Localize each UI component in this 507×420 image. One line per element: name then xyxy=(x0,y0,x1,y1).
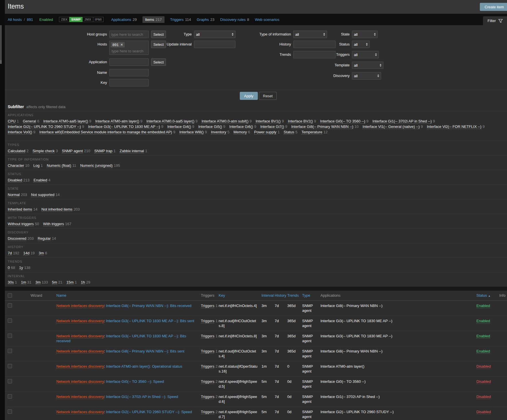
breadcrumb-all-hosts[interactable]: All hosts xyxy=(8,17,22,22)
subfilter-link[interactable]: Interface Gi7() xyxy=(260,124,284,129)
subfilter-link[interactable]: Without triggers xyxy=(8,222,34,226)
col-interval[interactable]: Interval xyxy=(262,291,275,300)
col-status[interactable]: Status▲ xyxy=(476,291,499,300)
item-status-link[interactable]: Enabled xyxy=(476,319,490,323)
subfilter-link[interactable]: Numeric (unsigned) xyxy=(80,163,112,168)
discovery-rule-link[interactable]: Network interfaces discovery xyxy=(56,395,104,399)
subfilter-link[interactable]: 15m xyxy=(66,280,74,285)
row-triggers-link[interactable]: Triggers xyxy=(201,410,214,414)
row-checkbox[interactable] xyxy=(8,303,12,308)
subfilter-link[interactable]: 14d xyxy=(23,251,29,255)
col-key[interactable]: Key xyxy=(219,291,262,300)
apply-button[interactable]: Apply xyxy=(240,92,258,100)
create-item-button[interactable]: Create item xyxy=(480,3,507,11)
tab-items[interactable]: Items 217 xyxy=(142,16,165,23)
subfilter-link[interactable]: Interface ATM0.0-aal5 layer() xyxy=(146,119,194,124)
row-checkbox[interactable] xyxy=(8,334,12,338)
subfilter-link[interactable]: SNMP agent xyxy=(62,149,83,153)
subfilter-link[interactable]: Character xyxy=(8,163,24,168)
subfilter-link[interactable]: Simple check xyxy=(33,149,55,153)
application-select-button[interactable]: Select xyxy=(151,58,166,66)
col-name[interactable]: Name xyxy=(56,291,201,300)
row-triggers-link[interactable]: Triggers xyxy=(201,349,214,354)
subfilter-link[interactable]: Interface Gi1(-- 3702i AP in Shed --) xyxy=(373,119,432,124)
item-status-link[interactable]: Disabled xyxy=(476,379,491,384)
subfilter-link[interactable]: Status xyxy=(284,130,294,134)
scrollbar-thumb-segment[interactable] xyxy=(0,60,2,64)
select-all-checkbox[interactable] xyxy=(8,293,12,298)
subfilter-link[interactable]: 1y xyxy=(19,266,23,270)
discovery-rule-link[interactable]: Network interfaces discovery xyxy=(56,319,104,323)
subfilter-link[interactable]: Zabbix internal xyxy=(120,149,144,153)
tab-graphs[interactable]: Graphs 23 xyxy=(197,17,214,22)
item-name-link[interactable]: Interface ATM0-atm layer(): Operational … xyxy=(106,364,182,369)
tab-discovery-rules[interactable]: Discovery rules 8 xyxy=(220,17,249,22)
subfilter-link[interactable]: Inventory xyxy=(211,130,226,134)
discovery-rule-link[interactable]: Network interfaces discovery xyxy=(56,364,104,369)
subfilter-link[interactable]: Power supply xyxy=(254,130,276,134)
item-status-link[interactable]: Disabled xyxy=(476,410,491,414)
triggers-select[interactable]: all xyxy=(352,51,379,58)
tab-web-scenarios[interactable]: Web scenarios xyxy=(255,17,280,22)
item-status-link[interactable]: Enabled xyxy=(476,349,490,354)
subfilter-link[interactable]: Interface Wl8() xyxy=(179,130,204,134)
subfilter-link[interactable]: 3m xyxy=(39,251,44,255)
row-checkbox[interactable] xyxy=(8,394,12,399)
subfilter-link[interactable]: 0 xyxy=(8,266,10,270)
subfilter-link[interactable]: Numeric (float) xyxy=(47,163,71,168)
discovery-rule-link[interactable]: Network interfaces discovery xyxy=(56,410,104,414)
item-status-link[interactable]: Enabled xyxy=(476,304,490,308)
subfilter-link[interactable]: Memory xyxy=(233,130,247,134)
subfilter-link[interactable]: Not inherited items xyxy=(41,207,72,212)
item-name-link[interactable]: Interface Gi1(-- 3702i AP in Shed --): S… xyxy=(106,395,178,399)
scrollbar-thumb[interactable] xyxy=(0,25,2,60)
row-checkbox[interactable] xyxy=(8,379,12,383)
row-triggers-link[interactable]: Triggers xyxy=(201,395,214,399)
item-name-link[interactable]: Interface Gi0(-- TO 3560 --): Speed xyxy=(106,379,164,384)
subfilter-link[interactable]: Log xyxy=(33,163,40,168)
tab-triggers[interactable]: Triggers 114 xyxy=(170,17,191,22)
col-trends[interactable]: Trends xyxy=(287,291,302,300)
discovery-rule-link[interactable]: Network interfaces discovery xyxy=(56,304,104,308)
status-select[interactable]: all xyxy=(352,41,370,48)
template-select[interactable]: all xyxy=(352,62,383,69)
subfilter-link[interactable]: Interface Vl2(-- FOR NETFLIX --) xyxy=(427,124,482,129)
item-name-link[interactable]: Interface Gi8(-- Primary WAN NBN --): Bi… xyxy=(106,304,191,308)
subfilter-link[interactable]: Interface Gi8(-- Primary WAN NBN --) xyxy=(291,124,353,129)
subfilter-link[interactable]: Interface Gi4() xyxy=(167,124,191,129)
subfilter-link[interactable]: Interface Gi3(-- UPLINK TO 1830 ME AP --… xyxy=(88,124,160,129)
filter-toggle-tab[interactable]: Filter xyxy=(483,16,507,25)
subfilter-link[interactable]: Inherited items xyxy=(8,207,32,212)
item-status-link[interactable]: Disabled xyxy=(476,395,491,399)
subfilter-link[interactable]: Discovered xyxy=(8,236,26,241)
name-input[interactable] xyxy=(109,69,149,76)
subfilter-link[interactable]: 5m xyxy=(52,280,57,285)
subfilter-link[interactable]: Interface Vl1(-- General (native) --) xyxy=(363,124,419,129)
subfilter-link[interactable]: Interface BV1() xyxy=(256,119,280,124)
subfilter-link[interactable]: Interface Gi6() xyxy=(229,124,253,129)
row-checkbox[interactable] xyxy=(8,318,12,323)
row-triggers-link[interactable]: Triggers xyxy=(201,364,214,369)
subfilter-link[interactable]: Temperature xyxy=(301,130,322,134)
row-checkbox[interactable] xyxy=(8,409,12,414)
row-triggers-link[interactable]: Triggers xyxy=(201,319,214,323)
row-triggers-link[interactable]: Triggers xyxy=(201,304,214,308)
update-interval-input[interactable] xyxy=(194,41,235,48)
subfilter-link[interactable]: 30s xyxy=(8,280,14,285)
subfilter-link[interactable]: CPU xyxy=(8,119,15,124)
breadcrumb-host[interactable]: 891 xyxy=(27,17,33,22)
subfilter-link[interactable]: 3m xyxy=(35,280,41,285)
discovery-select[interactable]: all xyxy=(352,72,381,80)
item-name-link[interactable]: Interface Gi2(-- UPLINK TO 2960 STUDY --… xyxy=(106,410,192,414)
subfilter-link[interactable]: 1h xyxy=(81,280,85,285)
col-type[interactable]: Type xyxy=(302,291,320,300)
reset-button[interactable]: Reset xyxy=(259,92,277,100)
subfilter-link[interactable]: Interface ATM0.0-atm subif() xyxy=(201,119,248,124)
col-history[interactable]: History xyxy=(275,291,287,300)
item-status-link[interactable]: Disabled xyxy=(476,364,491,369)
subfilter-link[interactable]: 1m xyxy=(21,280,26,285)
subfilter-link[interactable]: Interface Gi5() xyxy=(198,124,222,129)
tab-applications[interactable]: Applications 29 xyxy=(111,17,137,22)
row-checkbox[interactable] xyxy=(8,364,12,368)
subfilter-link[interactable]: Calculated xyxy=(8,149,25,153)
